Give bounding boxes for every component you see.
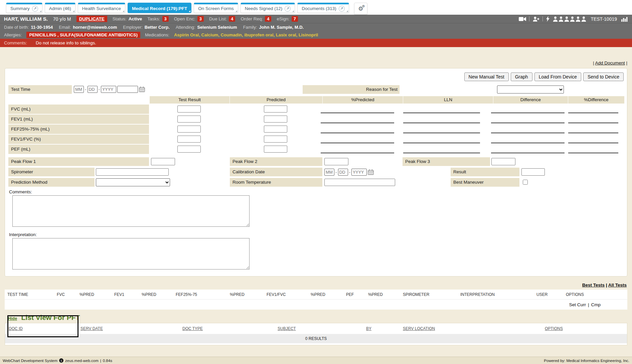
col-doc-type[interactable]: DOC TYPE <box>179 326 274 331</box>
tab-documents[interactable]: Documents (313) ↗ <box>297 3 349 13</box>
person-icon <box>564 16 569 22</box>
open-enc-count-badge[interactable]: 3 <box>197 16 204 22</box>
fev1-predicted-input[interactable] <box>264 116 287 123</box>
col-serv-date[interactable]: SERV DATE <box>77 326 179 331</box>
calibration-day-input[interactable] <box>338 169 348 176</box>
set-curr-link[interactable]: Set Curr <box>569 302 586 307</box>
calibration-month-input[interactable] <box>324 169 334 176</box>
col-interpretation: INTERPRETATION <box>458 292 534 297</box>
col-spirometer: SPIROMETER <box>400 292 458 297</box>
fev1-test-result-input[interactable] <box>177 116 201 123</box>
lightning-icon[interactable] <box>546 16 550 22</box>
prediction-method-select[interactable] <box>96 178 170 186</box>
allergies-badge[interactable]: PENICILLINS , SULFA(SULFONAMIDE ANTIBIOT… <box>26 32 140 38</box>
popout-icon[interactable]: ↗ <box>339 6 345 12</box>
test-time-time-input[interactable] <box>117 86 138 93</box>
fev1-fvc-predicted-input[interactable] <box>264 136 287 143</box>
fef-test-result-input[interactable] <box>177 126 201 133</box>
bar-chart-icon[interactable] <box>621 16 628 22</box>
document-list-header-row: DOC ID SERV DATE DOC TYPE SUBJECT BY SER… <box>5 323 627 334</box>
fvc-predicted-input[interactable] <box>264 106 287 113</box>
peak-flow-2-label: Peak Flow 2 <box>230 157 322 166</box>
col-predicted: Predicted <box>230 96 322 104</box>
calibration-year-input[interactable] <box>351 169 367 176</box>
order-req-count-badge[interactable]: 4 <box>265 16 271 22</box>
new-manual-test-button[interactable]: New Manual Test <box>464 72 509 81</box>
tab-health-surveillance[interactable]: Health Surveillance <box>78 3 125 13</box>
spirometer-input[interactable] <box>96 168 169 176</box>
best-tests-link[interactable]: Best Tests <box>582 283 605 288</box>
footer-app-name: WebChart Development System <box>3 359 57 363</box>
video-camera-icon[interactable] <box>519 16 526 22</box>
test-time-year-input[interactable] <box>101 86 116 93</box>
pft-button-row: New Manual Test Graph Load From Device S… <box>8 72 624 81</box>
room-temperature-input[interactable] <box>324 179 395 186</box>
col-serv-location[interactable]: SERV LOCATION <box>399 326 541 331</box>
pft-comments-textarea[interactable] <box>12 195 250 227</box>
load-from-device-button[interactable]: Load From Device <box>534 72 581 81</box>
send-to-device-button[interactable]: Send to Device <box>583 72 624 81</box>
test-time-month-input[interactable] <box>74 86 84 93</box>
reason-for-test-select[interactable] <box>497 85 564 94</box>
esign-label: eSign: <box>277 16 289 21</box>
test-time-label: Test Time <box>8 85 72 94</box>
add-user-icon[interactable] <box>532 16 539 22</box>
settings-button[interactable]: ⚙ ⚙ <box>354 3 367 15</box>
fev1-fvc-test-result-input[interactable] <box>177 136 201 143</box>
due-list-count-badge[interactable]: 4 <box>229 16 235 22</box>
popout-icon[interactable]: ↗ <box>285 6 291 12</box>
duplicate-flag[interactable]: DUPLICATE <box>76 16 107 22</box>
popout-icon[interactable]: ↗ <box>32 6 38 12</box>
pef-lln-line <box>403 145 480 153</box>
col-pct-difference: %Difference <box>568 96 624 104</box>
graph-button[interactable]: Graph <box>511 72 532 81</box>
col-fef-pred: %PRED <box>227 292 264 297</box>
best-maneuver-checkbox[interactable] <box>523 180 528 185</box>
peak-flow-3-input[interactable] <box>491 158 515 165</box>
pef-pct-predicted-line <box>321 145 394 153</box>
reason-for-test-label: Reason for Test <box>303 85 400 94</box>
pft-form: Test Time - - Reason for Test Test Resul… <box>8 85 624 273</box>
patient-list-icons[interactable] <box>553 16 586 22</box>
col-doc-id[interactable]: DOC ID <box>5 326 77 331</box>
calendar-icon[interactable] <box>368 169 374 175</box>
col-subject[interactable]: SUBJECT <box>274 326 362 331</box>
status-label: Status: <box>113 16 127 21</box>
peak-flow-1-input[interactable] <box>151 158 175 165</box>
interpretation-textarea[interactable] <box>12 238 250 269</box>
col-by[interactable]: BY <box>362 326 399 331</box>
esign-count-badge[interactable]: 7 <box>292 16 298 22</box>
divider: | <box>588 302 589 307</box>
tasks-count-badge[interactable]: 3 <box>162 16 169 22</box>
col-fev1: FEV1 <box>112 292 139 297</box>
pef-test-result-input[interactable] <box>177 146 201 153</box>
hide-link[interactable]: Hide <box>8 316 17 321</box>
patient-banner-row3: Allergies: PENICILLINS , SULFA(SULFONAMI… <box>0 31 632 39</box>
tab-label: Health Surveillance <box>82 6 121 11</box>
calendar-icon[interactable] <box>139 86 145 92</box>
peak-flow-2-input[interactable] <box>324 158 348 165</box>
tab-on-screen-forms[interactable]: On Screen Forms <box>194 3 238 13</box>
footer-host[interactable]: zeus.med-web.com <box>65 359 99 363</box>
tab-admin[interactable]: Admin (46) <box>45 3 75 13</box>
medications-list[interactable]: Aspirin Oral, Calcium, Coumadin, ibuprof… <box>174 32 318 37</box>
col-fvc: FVC <box>54 292 77 297</box>
pipe: | <box>100 359 101 363</box>
info-icon[interactable]: i <box>59 358 63 363</box>
col-doc-options[interactable]: OPTIONS <box>541 326 563 331</box>
tab-label: Admin (46) <box>49 6 71 11</box>
tab-medical-record[interactable]: Medical Record (179):PFT <box>128 3 191 13</box>
add-document-link[interactable]: Add Document <box>595 60 625 65</box>
test-time-day-input[interactable] <box>88 86 98 93</box>
fef-predicted-input[interactable] <box>264 126 287 133</box>
family-label: Family: <box>243 25 257 30</box>
fef-pct-predicted-line <box>321 125 394 133</box>
tab-summary[interactable]: Summary ↗ <box>6 3 42 13</box>
pef-predicted-input[interactable] <box>264 146 287 153</box>
all-tests-link[interactable]: All Tests <box>608 283 627 288</box>
tab-needs-signed[interactable]: Needs Signed (12) ↗ <box>241 3 295 13</box>
fvc-difference-line <box>491 105 565 113</box>
result-input[interactable] <box>521 168 545 176</box>
fvc-test-result-input[interactable] <box>177 106 201 113</box>
cmp-link[interactable]: Cmp <box>591 302 601 307</box>
